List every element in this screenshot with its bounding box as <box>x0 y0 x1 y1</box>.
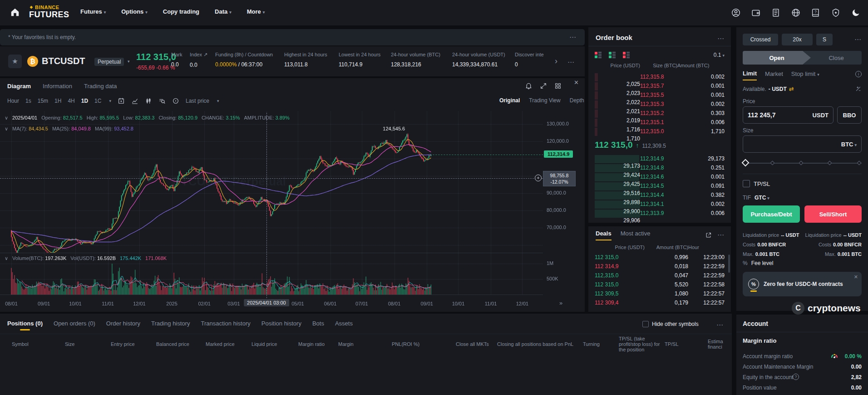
interval-button[interactable]: 15m <box>38 98 48 104</box>
deal-row[interactable]: 112 309,5 1,080 12:22:57 <box>588 289 731 298</box>
chart-style-icon[interactable] <box>131 97 138 105</box>
apps-grid-icon[interactable] <box>554 82 562 90</box>
chart-tab[interactable]: Trading data <box>84 81 117 91</box>
deal-row[interactable]: 112,315.0 0,047 12:22:59 <box>588 271 731 280</box>
deal-row[interactable]: 112 309,4 0,179 12:22:57 <box>588 298 731 307</box>
positions-tab[interactable]: Assets <box>335 320 353 330</box>
bbo-button[interactable]: BBO <box>837 106 862 124</box>
banner-close-icon[interactable]: ✕ <box>854 274 858 280</box>
order-type-tab[interactable]: Stop limit <box>791 70 819 80</box>
candle-settings-icon[interactable] <box>145 97 152 105</box>
book-mode-bids-icon[interactable] <box>609 52 616 58</box>
hide-symbols-checkbox[interactable] <box>642 321 649 327</box>
chart-tab[interactable]: Information <box>43 81 72 91</box>
deals-tab[interactable]: Most active <box>621 230 651 240</box>
chart-close-icon[interactable]: ✕ <box>574 79 579 86</box>
positions-tab[interactable]: Order history <box>106 320 140 330</box>
home-icon[interactable] <box>10 7 20 17</box>
collapse-chevron-icon[interactable]: ∨ <box>5 115 8 121</box>
book-mode-both-icon[interactable] <box>595 52 602 58</box>
dark-mode-icon[interactable] <box>851 8 861 18</box>
profile-icon[interactable] <box>731 8 741 18</box>
deal-row[interactable]: 112 314,9 0,018 12:22:59 <box>588 262 731 271</box>
slider-stop[interactable] <box>857 161 862 165</box>
deal-row[interactable]: 112 315,0 5,520 12:22:58 <box>588 280 731 289</box>
interval-button[interactable]: Hour <box>7 98 19 104</box>
help-icon[interactable]: ? <box>811 8 821 18</box>
positions-tab[interactable]: Position history <box>261 320 301 330</box>
globe-icon[interactable] <box>791 8 801 18</box>
price-input[interactable]: 112 245,7 USDT <box>743 106 833 124</box>
view-tab[interactable]: Original <box>499 97 520 104</box>
interval-button[interactable]: 1s <box>25 98 31 104</box>
positions-tab[interactable]: Open orders (0) <box>54 320 95 330</box>
price-mode-chevron-icon[interactable]: ▾ <box>217 99 219 103</box>
sell-button[interactable]: Sell/Short <box>804 205 862 223</box>
tpsl-row[interactable]: TP/SL <box>743 180 770 187</box>
slider-handle[interactable] <box>742 159 750 167</box>
bid-row[interactable]: 112,314.9 29,173 29,173 <box>588 155 731 164</box>
fullscreen-icon[interactable] <box>540 82 547 90</box>
buy-button[interactable]: Purchase/Debt <box>743 205 800 223</box>
deals-more-icon[interactable]: ⋯ <box>717 231 725 239</box>
rewards-icon[interactable] <box>831 8 841 18</box>
export-icon[interactable] <box>705 232 712 239</box>
nav-menu-item[interactable]: Copy trading <box>163 8 199 18</box>
nav-menu-item[interactable]: More <box>247 8 265 18</box>
deal-row[interactable]: 112 315,0 0,996 12:23:00 <box>588 253 731 262</box>
scroll-to-latest-icon[interactable]: » <box>559 300 562 306</box>
order-type-tab[interactable]: Market <box>765 70 783 80</box>
alert-bell-icon[interactable] <box>525 82 533 90</box>
slider-stop[interactable] <box>828 161 832 165</box>
interval-button[interactable]: 4H <box>68 98 74 104</box>
hide-other-symbols-toggle[interactable]: Hide other symbols <box>642 321 699 327</box>
bid-row[interactable]: 112,314.5 0.091 29,516 <box>588 182 731 191</box>
view-tab[interactable]: Depth <box>570 97 584 104</box>
collapse-chevron-icon[interactable]: ∨ <box>5 255 8 261</box>
promo-banner[interactable]: % Zero fee for USDC-M contracts ✕ <box>743 272 862 296</box>
bid-row[interactable]: 112,314.8 0.251 29,424 <box>588 164 731 173</box>
transfer-icon[interactable]: ⇄ <box>789 85 794 92</box>
orders-icon[interactable] <box>771 8 781 18</box>
positions-more-icon[interactable]: ⋯ <box>716 321 724 329</box>
positions-tab[interactable]: Transaction history <box>201 320 250 330</box>
favorites-more-icon[interactable]: ⋯ <box>569 33 577 41</box>
margin-mode-button[interactable]: Crossed <box>743 34 778 45</box>
orderbook-more-icon[interactable]: ⋯ <box>717 35 725 43</box>
ticker-more-icon[interactable]: ⋯ <box>567 58 575 66</box>
positions-tab[interactable]: Bots <box>312 320 324 330</box>
size-unit-select[interactable]: BTC▾ <box>841 141 857 148</box>
tif-select[interactable]: GTC▾ <box>755 195 769 201</box>
nav-menu-item[interactable]: Futures <box>80 8 106 18</box>
close-tab[interactable]: Close <box>811 51 862 65</box>
leverage-button[interactable]: 20x <box>782 34 813 45</box>
nav-menu-item[interactable]: Data <box>215 8 232 18</box>
bid-row[interactable]: 112,314.6 0.001 29,425 <box>588 173 731 182</box>
slider-stop[interactable] <box>799 161 804 165</box>
precision-select[interactable]: 0.1▾ <box>714 52 725 58</box>
target-icon[interactable] <box>172 97 179 105</box>
nav-menu-item[interactable]: Options <box>121 8 148 18</box>
collapse-chevron-icon[interactable]: ∨ <box>5 126 8 132</box>
candlestick-chart[interactable] <box>0 109 543 305</box>
wallet-icon[interactable] <box>751 8 761 18</box>
bid-row[interactable]: 112,314.1 0.002 29,900 <box>588 200 731 209</box>
indicator-search-icon[interactable] <box>158 97 166 105</box>
size-input[interactable]: BTC▾ <box>743 135 862 153</box>
interval-button[interactable]: 1D <box>81 98 88 104</box>
open-tab[interactable]: Open <box>743 51 811 65</box>
stats-next-chevron-icon[interactable]: › <box>555 56 557 66</box>
binance-futures-logo[interactable]: BINANCE FUTURES <box>29 5 69 20</box>
equity-info-icon[interactable]: ? <box>793 374 799 380</box>
calculator-icon[interactable] <box>855 85 862 92</box>
bid-row[interactable]: 112,313.9 0.006 29,906 <box>588 209 731 218</box>
fee-level-row[interactable]: % Fee level <box>743 260 773 266</box>
positions-tab[interactable]: Trading history <box>151 320 190 330</box>
trade-more-icon[interactable]: ⋯ <box>854 35 862 44</box>
deals-tab[interactable]: Deals <box>596 230 612 240</box>
interval-button[interactable]: 1H <box>54 98 61 104</box>
scrollbar[interactable] <box>728 255 730 273</box>
order-type-tab[interactable]: Limit <box>743 70 757 80</box>
view-tab[interactable]: Trading View <box>529 97 560 104</box>
positions-tab[interactable]: Positions (0) <box>7 320 43 330</box>
